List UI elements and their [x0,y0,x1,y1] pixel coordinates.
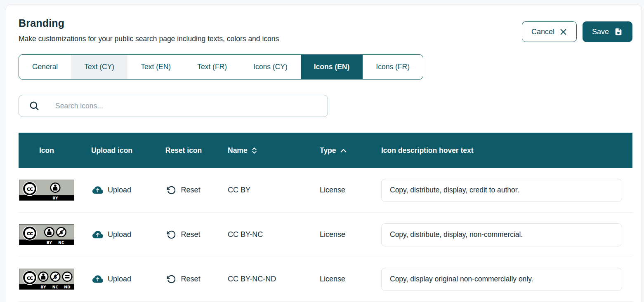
reset-button[interactable]: Reset [164,229,203,240]
svg-text:NC: NC [58,241,64,245]
card-header: Branding Make customizations for your pu… [19,17,632,43]
page-subtitle: Make customizations for your public sear… [19,35,279,43]
heading-block: Branding Make customizations for your pu… [19,17,279,43]
svg-text:BY: BY [52,196,58,200]
reset-rotate-icon [167,230,176,239]
license-name: CC BY-NC [228,230,263,239]
upload-cloud-icon [92,185,103,196]
tab-general[interactable]: General [19,55,71,79]
type-cell: License [310,275,372,283]
header-actions: Cancel Save [522,21,632,42]
icon-cell: $BYNCNDcc [19,269,75,290]
tab-text-cy[interactable]: Text (CY) [71,55,127,79]
upload-cell: Upload [75,229,149,241]
tab-text-fr[interactable]: Text (FR) [184,55,240,79]
search-input[interactable] [40,95,328,117]
column-label: Icon [39,146,54,155]
reset-button-label: Reset [181,186,200,194]
table-header: Icon Upload icon Reset icon Name Type [19,133,632,168]
page-title: Branding [19,17,279,29]
license-type: License [320,186,345,194]
column-label: Upload icon [91,146,132,155]
cancel-button-label: Cancel [531,28,554,36]
branding-card: Branding Make customizations for your pu… [6,5,642,302]
table-row: BYcc Upload Reset [19,168,632,213]
upload-button[interactable]: Upload [90,229,134,241]
description-cell [372,268,632,291]
icons-table: Icon Upload icon Reset icon Name Type [19,133,632,302]
license-name: CC BY-NC-ND [228,275,276,283]
reset-cell: Reset [149,274,218,284]
reset-button-label: Reset [181,230,200,239]
icon-cell: BYcc [19,180,75,201]
search-bar[interactable] [19,95,328,117]
column-label: Icon description hover text [381,146,474,155]
svg-text:cc: cc [27,185,33,192]
license-name: CC BY [228,186,250,194]
upload-cloud-icon [92,229,103,240]
search-icon [29,101,40,111]
name-cell: CC BY-NC-ND [218,275,310,283]
description-input[interactable] [381,268,622,291]
column-header-icon: Icon [19,146,75,155]
reset-button[interactable]: Reset [164,185,203,195]
tab-icons-en[interactable]: Icons (EN) [301,55,363,79]
reset-rotate-icon [167,185,176,195]
upload-cell: Upload [75,274,149,285]
cancel-button[interactable]: Cancel [522,21,577,42]
description-input[interactable] [381,223,622,246]
license-type: License [320,230,345,239]
svg-text:ND: ND [64,285,71,289]
svg-text:cc: cc [27,274,33,281]
tab-text-en[interactable]: Text (EN) [127,55,184,79]
upload-cloud-icon [92,274,103,285]
tab-icons-cy[interactable]: Icons (CY) [240,55,301,79]
column-header-reset-icon: Reset icon [149,146,218,155]
table-row: $BYNCNDcc Upload Reset [19,257,632,302]
upload-button-label: Upload [108,186,131,194]
table-row: $BYNCcc Upload Reset [19,213,632,257]
save-button[interactable]: Save [583,21,632,42]
description-cell [372,179,632,202]
svg-text:BY: BY [40,285,46,289]
svg-text:BY: BY [47,241,52,245]
upload-button[interactable]: Upload [90,274,134,285]
upload-button-label: Upload [108,275,131,283]
save-button-label: Save [592,28,609,36]
icon-cell: $BYNCcc [19,224,75,245]
column-header-type[interactable]: Type [310,146,372,155]
column-header-name[interactable]: Name [218,146,310,155]
save-floppy-icon [614,27,623,36]
column-header-description: Icon description hover text [372,146,632,155]
table-body: BYcc Upload Reset [19,168,632,302]
upload-button-label: Upload [108,230,131,239]
sort-both-icon[interactable] [251,147,257,155]
svg-text:cc: cc [27,230,33,236]
reset-cell: Reset [149,185,218,195]
description-cell [372,223,632,246]
column-label: Type [320,146,336,155]
sort-asc-icon[interactable] [340,148,347,153]
column-label: Name [228,146,248,155]
name-cell: CC BY-NC [218,230,310,239]
column-header-upload-icon: Upload icon [75,146,149,155]
license-type: License [320,275,345,283]
column-label: Reset icon [165,146,202,155]
license-badge: $BYNCNDcc [19,269,74,290]
close-icon [559,28,567,36]
tab-bar: GeneralText (CY)Text (EN)Text (FR)Icons … [19,54,423,80]
name-cell: CC BY [218,186,310,194]
license-badge: BYcc [19,180,74,201]
type-cell: License [310,230,372,239]
description-input[interactable] [381,179,622,202]
tab-icons-fr[interactable]: Icons (FR) [363,55,423,79]
reset-rotate-icon [167,274,176,284]
reset-cell: Reset [149,229,218,240]
svg-text:NC: NC [52,285,59,289]
reset-button[interactable]: Reset [164,274,203,284]
type-cell: License [310,186,372,194]
reset-button-label: Reset [181,275,200,283]
license-badge: $BYNCcc [19,224,74,245]
upload-cell: Upload [75,185,149,196]
upload-button[interactable]: Upload [90,185,134,196]
